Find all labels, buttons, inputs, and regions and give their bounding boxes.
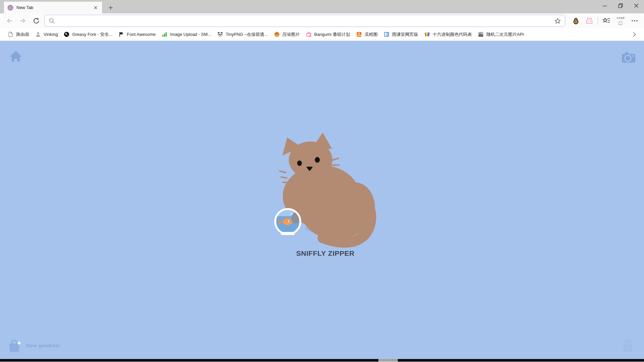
tab-title: New Tab: [16, 5, 91, 10]
window-controls: [597, 0, 644, 11]
minimize-button[interactable]: [597, 0, 612, 11]
bookmark-label: 路由器: [16, 32, 29, 38]
tab-new-tab[interactable]: New Tab: [4, 2, 102, 13]
bookmark-anime-api[interactable]: 随机二次元图片API: [475, 30, 527, 39]
bookmark-yuketang[interactable]: 雨课堂网页版: [381, 30, 421, 39]
cat-head: [289, 141, 332, 178]
bookmark-label: 压缩图片: [282, 32, 300, 38]
bookmark-label: Vinking: [44, 32, 58, 37]
orange-dog-icon: [274, 32, 280, 37]
extension-area: 安然截图: [569, 14, 641, 27]
flag-icon: [118, 32, 124, 37]
document-icon: [8, 32, 13, 37]
restore-button[interactable]: [612, 0, 628, 11]
bar-chart-icon: [162, 32, 167, 37]
bookmark-label: TinyPNG –在保留透...: [226, 32, 268, 38]
more-menu-icon[interactable]: [628, 14, 641, 27]
greasyfork-icon: [64, 32, 69, 37]
rainbow-book-icon: [424, 32, 430, 37]
bookmark-tinypng[interactable]: TinyPNG –在保留透...: [214, 30, 271, 39]
bookmark-image-upload[interactable]: Image Upload - SM...: [159, 30, 214, 39]
bookmark-compress-image[interactable]: 压缩图片: [271, 30, 303, 39]
bookmark-label: 随机二次元图片API: [486, 32, 524, 38]
blue-app-icon: [384, 32, 389, 37]
flowchart-icon: [356, 32, 362, 37]
bookmark-greasyfork[interactable]: Greasy Fork - 安全...: [61, 30, 115, 39]
bookmark-router[interactable]: 路由器: [5, 30, 32, 39]
bowl-base: [281, 232, 295, 235]
bookmark-fontawesome[interactable]: Font Awesome: [115, 30, 159, 39]
titlebar: New Tab: [0, 0, 644, 13]
bookmark-hex-colors[interactable]: 十六进制颜色代码表: [421, 30, 475, 39]
bookmark-label: Font Awesome: [127, 32, 156, 37]
cat-caption-extension-icon[interactable]: 安然截图: [613, 14, 628, 27]
doodle-cat-icon: [618, 20, 624, 25]
fishbowl: [275, 209, 301, 235]
tabby-cat-illustration[interactable]: [265, 127, 386, 261]
bookmarks-overflow-chevron[interactable]: [629, 29, 639, 40]
cat-eye-left: [297, 161, 302, 166]
pink-tv-icon: [306, 32, 312, 37]
navigation-bar: 安然截图: [0, 13, 644, 28]
bookmark-bangumi[interactable]: Bangumi 番组计划: [303, 30, 353, 39]
refresh-button[interactable]: [30, 14, 43, 27]
cat-name-label: SNIFFLY ZIPPER: [265, 249, 386, 257]
bookmark-label: Bangumi 番组计划: [314, 32, 350, 38]
favorites-hub-icon[interactable]: [600, 14, 613, 27]
bookmark-label: 流程图: [365, 32, 378, 38]
goodies-label: New goodies!: [26, 343, 60, 350]
goodies-bag-icon: [8, 339, 22, 353]
search-icon: [49, 18, 55, 24]
lock-extension-icon[interactable]: [569, 14, 583, 27]
bookmark-label: Image Upload - SM...: [170, 32, 211, 37]
back-button[interactable]: [3, 14, 16, 27]
gift-icon[interactable]: [621, 339, 635, 353]
cat-eye-right: [315, 157, 320, 163]
taskbar-sliver[interactable]: [0, 359, 644, 362]
taskbar-segment: [378, 359, 398, 362]
camera-icon[interactable]: [621, 52, 636, 63]
address-search-input[interactable]: [55, 16, 552, 25]
tab-close-icon[interactable]: [91, 3, 100, 12]
tabbycat-favicon: [7, 5, 13, 11]
address-bar[interactable]: [44, 15, 565, 27]
favorite-star-icon[interactable]: [552, 16, 563, 26]
bookmark-vinking[interactable]: Vinking: [32, 30, 61, 39]
toolbar-divider: [598, 17, 598, 24]
bookmark-flowchart[interactable]: 流程图: [353, 30, 381, 39]
new-goodies-button[interactable]: New goodies!: [8, 339, 60, 353]
close-button[interactable]: [628, 0, 644, 11]
new-tab-button[interactable]: [105, 2, 117, 13]
forward-button[interactable]: [16, 14, 30, 27]
panda-icon: [217, 32, 223, 37]
bookmark-label: 雨课堂网页版: [392, 32, 418, 38]
extension-caption: 安然截图: [616, 17, 625, 19]
home-icon[interactable]: [9, 50, 22, 62]
anime-image-icon: [478, 32, 484, 37]
new-tab-page: SNIFFLY ZIPPER New goodies!: [0, 41, 644, 359]
bookmark-label: 十六进制颜色代码表: [433, 32, 472, 38]
bookmark-label: Greasy Fork - 安全...: [72, 32, 112, 38]
pink-cat-extension-icon[interactable]: [583, 14, 596, 27]
person-icon: [35, 32, 41, 37]
bookmarks-bar: 路由器 Vinking Greasy Fork - 安全... Font Awe…: [0, 28, 644, 41]
